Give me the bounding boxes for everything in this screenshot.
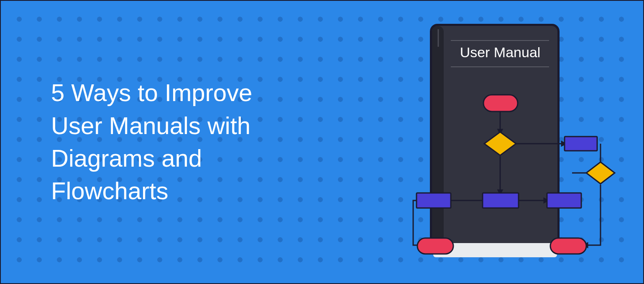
- headline: 5 Ways to Improve User Manuals with Diag…: [51, 76, 252, 207]
- flowchart-process-middle-icon: [483, 193, 519, 208]
- headline-line-3: Diagrams and: [51, 145, 202, 172]
- flowchart-process-left-icon: [417, 193, 451, 208]
- book-title: User Manual: [460, 44, 541, 60]
- user-manual-flowchart-illustration: User Manual: [367, 18, 618, 268]
- flowchart-process-right-icon: [547, 193, 581, 208]
- svg-marker-16: [586, 162, 615, 184]
- flowchart-end-terminal-right-icon: [550, 238, 586, 254]
- headline-line-4: Flowcharts: [51, 177, 168, 204]
- flowchart-decision-2-icon: [586, 162, 615, 184]
- headline-line-2: User Manuals with: [51, 112, 250, 139]
- hero-banner: 5 Ways to Improve User Manuals with Diag…: [0, 0, 644, 284]
- headline-line-1: 5 Ways to Improve: [51, 79, 252, 106]
- flowchart-start-terminal-icon: [483, 95, 518, 112]
- book-spine: [432, 26, 444, 243]
- flowchart-end-terminal-left-icon: [417, 238, 453, 254]
- flowchart-process-icon: [565, 137, 597, 151]
